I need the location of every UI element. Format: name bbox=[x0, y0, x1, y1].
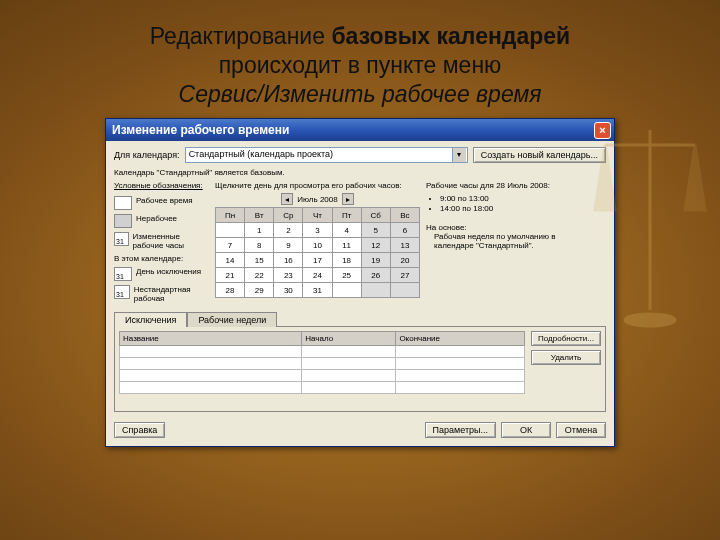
col-start: Начало bbox=[302, 332, 396, 346]
legend-box-nonwork bbox=[114, 214, 132, 228]
base-note: Календарь "Стандартный" является базовым… bbox=[114, 168, 606, 177]
legend-box-work bbox=[114, 196, 132, 210]
calendar-grid[interactable]: Пн Вт Ср Чт Пт Сб Вс 123456 78910111213 … bbox=[215, 207, 420, 298]
cancel-button[interactable]: Отмена bbox=[556, 422, 606, 438]
dow: Чт bbox=[303, 208, 332, 223]
col-end: Окончание bbox=[396, 332, 525, 346]
dow: Сб bbox=[361, 208, 390, 223]
day[interactable]: 8 bbox=[245, 238, 274, 253]
day[interactable] bbox=[361, 283, 390, 298]
dow: Вс bbox=[390, 208, 419, 223]
legend-nonstd: Нестандартная рабочая bbox=[134, 285, 209, 303]
day[interactable]: 10 bbox=[303, 238, 332, 253]
calendar-hint: Щелкните день для просмотра его рабочих … bbox=[215, 181, 420, 190]
h-l3: Сервис/Изменить рабочее время bbox=[40, 80, 680, 109]
legend-title: Условные обозначения: bbox=[114, 181, 209, 190]
legend-exc: День исключения bbox=[136, 267, 201, 276]
ok-button[interactable]: ОК bbox=[501, 422, 551, 438]
day[interactable]: 31 bbox=[303, 283, 332, 298]
hours-1: 9:00 по 13:00 bbox=[440, 194, 596, 203]
legend-work: Рабочее время bbox=[136, 196, 193, 205]
day[interactable]: 24 bbox=[303, 268, 332, 283]
svg-point-2 bbox=[625, 314, 675, 326]
hours-2: 14:00 по 18:00 bbox=[440, 204, 596, 213]
day[interactable]: 21 bbox=[216, 268, 245, 283]
dow: Пт bbox=[332, 208, 361, 223]
day[interactable] bbox=[332, 283, 361, 298]
h-l1b: базовых календарей bbox=[331, 23, 570, 49]
legend-in-this: В этом календаре: bbox=[114, 254, 209, 263]
exceptions-grid[interactable]: Название Начало Окончание bbox=[119, 331, 525, 394]
delete-button[interactable]: Удалить bbox=[531, 350, 601, 365]
month-label: Июль 2008 bbox=[297, 195, 337, 204]
day[interactable]: 1 bbox=[245, 223, 274, 238]
tab-work-weeks[interactable]: Рабочие недели bbox=[187, 312, 277, 327]
base-label: На основе: bbox=[426, 223, 596, 232]
h-l2: происходит в пункте меню bbox=[40, 51, 680, 80]
legend-changed: Измененные рабочие часы bbox=[133, 232, 209, 250]
day[interactable]: 19 bbox=[361, 253, 390, 268]
dow: Ср bbox=[274, 208, 303, 223]
legend: Условные обозначения: Рабочее время Нера… bbox=[114, 181, 209, 303]
prev-month-button[interactable]: ◂ bbox=[281, 193, 293, 205]
calendar-value: Стандартный (календарь проекта) bbox=[189, 149, 333, 159]
day[interactable]: 2 bbox=[274, 223, 303, 238]
day[interactable]: 4 bbox=[332, 223, 361, 238]
day[interactable]: 30 bbox=[274, 283, 303, 298]
day[interactable]: 16 bbox=[274, 253, 303, 268]
day[interactable]: 5 bbox=[361, 223, 390, 238]
day[interactable]: 29 bbox=[245, 283, 274, 298]
day[interactable]: 3 bbox=[303, 223, 332, 238]
slide-heading: Редактирование базовых календарей происх… bbox=[0, 0, 720, 118]
titlebar: Изменение рабочего времени × bbox=[106, 119, 614, 141]
day[interactable]: 22 bbox=[245, 268, 274, 283]
legend-box-exc: 31 bbox=[114, 267, 132, 281]
calendar-select[interactable]: Стандартный (календарь проекта) bbox=[185, 147, 468, 163]
day[interactable]: 18 bbox=[332, 253, 361, 268]
base-text: Рабочая неделя по умолчанию в календаре … bbox=[434, 232, 596, 250]
day[interactable]: 12 bbox=[361, 238, 390, 253]
day[interactable] bbox=[216, 223, 245, 238]
details-pane: Рабочие часы для 28 Июль 2008: 9:00 по 1… bbox=[426, 181, 596, 303]
day[interactable]: 25 bbox=[332, 268, 361, 283]
day[interactable] bbox=[390, 283, 419, 298]
day[interactable]: 6 bbox=[390, 223, 419, 238]
day[interactable]: 14 bbox=[216, 253, 245, 268]
dow: Вт bbox=[245, 208, 274, 223]
day[interactable]: 11 bbox=[332, 238, 361, 253]
params-button[interactable]: Параметры... bbox=[425, 422, 496, 438]
dow: Пн bbox=[216, 208, 245, 223]
new-calendar-button[interactable]: Создать новый календарь... bbox=[473, 147, 606, 163]
next-month-button[interactable]: ▸ bbox=[342, 193, 354, 205]
change-working-time-dialog: Изменение рабочего времени × Для календа… bbox=[105, 118, 615, 447]
day[interactable]: 28 bbox=[216, 283, 245, 298]
day[interactable]: 23 bbox=[274, 268, 303, 283]
day[interactable]: 13 bbox=[390, 238, 419, 253]
day[interactable]: 26 bbox=[361, 268, 390, 283]
tab-exceptions[interactable]: Исключения bbox=[114, 312, 187, 327]
day[interactable]: 20 bbox=[390, 253, 419, 268]
dialog-title: Изменение рабочего времени bbox=[112, 123, 289, 137]
details-title: Рабочие часы для 28 Июль 2008: bbox=[426, 181, 596, 190]
legend-box-nonstd: 31 bbox=[114, 285, 130, 299]
day[interactable]: 7 bbox=[216, 238, 245, 253]
legend-box-changed: 31 bbox=[114, 232, 129, 246]
help-button[interactable]: Справка bbox=[114, 422, 165, 438]
h-l1a: Редактирование bbox=[150, 23, 332, 49]
col-name: Название bbox=[120, 332, 302, 346]
scales-decoration bbox=[590, 120, 710, 340]
day[interactable]: 9 bbox=[274, 238, 303, 253]
calendar-label: Для календаря: bbox=[114, 150, 180, 160]
day[interactable]: 27 bbox=[390, 268, 419, 283]
day[interactable]: 17 bbox=[303, 253, 332, 268]
day[interactable]: 15 bbox=[245, 253, 274, 268]
legend-nonwork: Нерабочее bbox=[136, 214, 177, 223]
